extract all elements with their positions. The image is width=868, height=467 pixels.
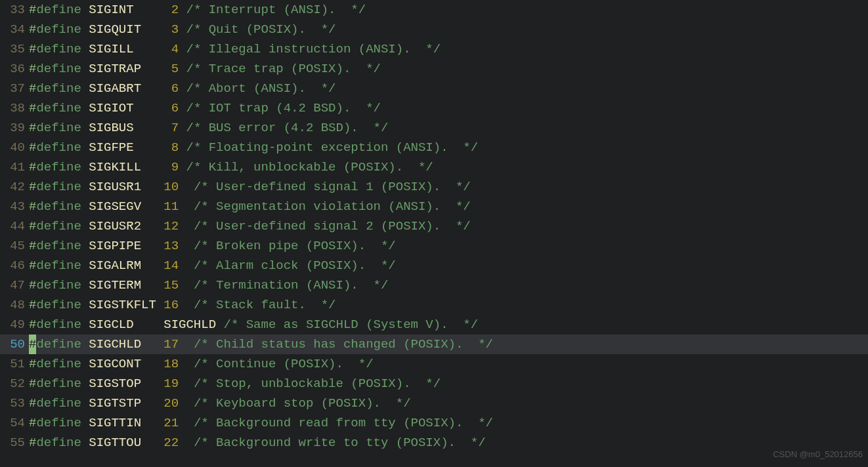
line-number: 47 — [0, 275, 29, 295]
code-content: #define SIGTTIN 21 /* Background read fr… — [29, 413, 868, 433]
code-content: #define SIGFPE 8 /* Floating-point excep… — [29, 138, 868, 157]
comment: /* Same as SIGCHLD (System V). */ — [224, 317, 479, 332]
macro-name: SIGUSR2 — [89, 219, 163, 234]
comment: /* Broken pipe (POSIX). */ — [194, 239, 396, 253]
code-content: #define SIGALRM 14 /* Alarm clock (POSIX… — [29, 256, 868, 275]
macro-value-number: 16 — [163, 298, 179, 312]
macro-value-number: 11 — [163, 199, 179, 214]
comment: /* Quit (POSIX). */ — [186, 22, 336, 37]
macro-name: SIGSEGV — [89, 199, 163, 214]
comment: /* Stack fault. */ — [194, 298, 336, 312]
line-number: 44 — [0, 216, 29, 236]
macro-name: SIGALRM — [89, 258, 163, 273]
hash-token: # — [29, 180, 36, 194]
code-content: #define SIGUSR1 10 /* User-defined signa… — [29, 177, 868, 197]
comment: /* Floating-point exception (ANSI). */ — [186, 140, 478, 155]
code-content: #define SIGCLD SIGCHLD /* Same as SIGCHL… — [29, 315, 868, 335]
code-line[interactable]: 42#define SIGUSR1 10 /* User-defined sig… — [0, 177, 868, 197]
code-line[interactable]: 46#define SIGALRM 14 /* Alarm clock (POS… — [0, 256, 868, 275]
define-keyword: define — [36, 396, 89, 411]
code-editor[interactable]: 33#define SIGINT 2 /* Interrupt (ANSI). … — [0, 0, 868, 467]
hash-token: # — [29, 416, 36, 430]
define-keyword: define — [36, 317, 89, 332]
comment: /* Abort (ANSI). */ — [186, 81, 336, 96]
code-line[interactable]: 34#define SIGQUIT 3 /* Quit (POSIX). */ — [0, 20, 868, 39]
code-line[interactable]: 53#define SIGTSTP 20 /* Keyboard stop (P… — [0, 394, 868, 413]
comment: /* Kill, unblockable (POSIX). */ — [186, 160, 433, 174]
hash-token: # — [29, 258, 36, 273]
line-number: 45 — [0, 236, 29, 256]
define-keyword: define — [36, 239, 89, 253]
comment: /* BUS error (4.2 BSD). */ — [186, 121, 388, 135]
define-keyword: define — [36, 376, 89, 391]
code-content: #define SIGPIPE 13 /* Broken pipe (POSIX… — [29, 236, 868, 256]
code-line[interactable]: 48#define SIGSTKFLT 16 /* Stack fault. *… — [0, 295, 868, 315]
macro-value-number: 3 — [163, 22, 179, 37]
macro-name: SIGCHLD — [89, 337, 163, 352]
code-line[interactable]: 43#define SIGSEGV 11 /* Segmentation vio… — [0, 197, 868, 216]
hash-token: # — [29, 317, 36, 332]
line-number: 51 — [0, 354, 29, 374]
code-content: #define SIGKILL 9 /* Kill, unblockable (… — [29, 157, 868, 177]
code-line[interactable]: 47#define SIGTERM 15 /* Termination (ANS… — [0, 275, 868, 295]
define-keyword: define — [36, 3, 89, 17]
macro-name: SIGABRT — [89, 81, 163, 96]
code-line[interactable]: 51#define SIGCONT 18 /* Continue (POSIX)… — [0, 354, 868, 374]
macro-value-number: 17 — [163, 337, 179, 352]
code-line[interactable]: 52#define SIGSTOP 19 /* Stop, unblockabl… — [0, 374, 868, 394]
line-number: 48 — [0, 295, 29, 315]
macro-value-number: 9 — [163, 160, 179, 174]
hash-token: # — [29, 239, 36, 253]
macro-name: SIGCONT — [89, 357, 163, 371]
code-line[interactable]: 45#define SIGPIPE 13 /* Broken pipe (POS… — [0, 236, 868, 256]
define-keyword: define — [36, 81, 89, 96]
define-keyword: define — [36, 140, 89, 155]
code-line[interactable]: 49#define SIGCLD SIGCHLD /* Same as SIGC… — [0, 315, 868, 335]
code-line[interactable]: 38#define SIGIOT 6 /* IOT trap (4.2 BSD)… — [0, 98, 868, 118]
macro-name: SIGIOT — [89, 101, 163, 115]
code-line[interactable]: 35#define SIGILL 4 /* Illegal instructio… — [0, 39, 868, 59]
code-line[interactable]: 54#define SIGTTIN 21 /* Background read … — [0, 413, 868, 433]
code-line[interactable]: 40#define SIGFPE 8 /* Floating-point exc… — [0, 138, 868, 157]
macro-name: SIGSTKFLT — [89, 298, 163, 312]
hash-token: # — [29, 42, 36, 56]
define-keyword: define — [36, 357, 89, 371]
macro-name: SIGINT — [89, 3, 163, 17]
code-content: #define SIGSTKFLT 16 /* Stack fault. */ — [29, 295, 868, 315]
line-number: 50 — [0, 335, 29, 354]
hash-token: # — [29, 81, 36, 96]
macro-value-number: 18 — [163, 357, 179, 371]
code-line[interactable]: 39#define SIGBUS 7 /* BUS error (4.2 BSD… — [0, 118, 868, 138]
code-line[interactable]: 33#define SIGINT 2 /* Interrupt (ANSI). … — [0, 0, 868, 20]
macro-name: SIGCLD — [89, 317, 163, 332]
define-keyword: define — [36, 337, 89, 352]
code-line[interactable]: 44#define SIGUSR2 12 /* User-defined sig… — [0, 216, 868, 236]
code-content: #define SIGIOT 6 /* IOT trap (4.2 BSD). … — [29, 98, 868, 118]
macro-value-number: 6 — [163, 101, 179, 115]
cursor: # — [29, 335, 36, 354]
code-line[interactable]: 36#define SIGTRAP 5 /* Trace trap (POSIX… — [0, 59, 868, 79]
define-keyword: define — [36, 42, 89, 56]
hash-token: # — [29, 298, 36, 312]
line-number: 41 — [0, 157, 29, 177]
hash-token: # — [29, 376, 36, 391]
code-line[interactable]: 41#define SIGKILL 9 /* Kill, unblockable… — [0, 157, 868, 177]
code-content: #define SIGSEGV 11 /* Segmentation viola… — [29, 197, 868, 216]
code-line[interactable]: 50#define SIGCHLD 17 /* Child status has… — [0, 335, 868, 354]
define-keyword: define — [36, 160, 89, 174]
hash-token: # — [29, 199, 36, 214]
macro-name: SIGSTOP — [89, 376, 163, 391]
line-number: 35 — [0, 39, 29, 59]
code-content: #define SIGTTOU 22 /* Background write t… — [29, 433, 868, 453]
macro-name: SIGQUIT — [89, 22, 163, 37]
code-line[interactable]: 55#define SIGTTOU 22 /* Background write… — [0, 433, 868, 453]
code-line[interactable]: 37#define SIGABRT 6 /* Abort (ANSI). */ — [0, 79, 868, 98]
comment: /* User-defined signal 1 (POSIX). */ — [194, 180, 471, 194]
hash-token: # — [29, 121, 36, 135]
macro-name: SIGBUS — [89, 121, 163, 135]
code-content: #define SIGTSTP 20 /* Keyboard stop (POS… — [29, 394, 868, 413]
line-number: 34 — [0, 20, 29, 39]
macro-value-number: 4 — [163, 42, 179, 56]
macro-name: SIGTSTP — [89, 396, 163, 411]
code-content: #define SIGINT 2 /* Interrupt (ANSI). */ — [29, 0, 868, 20]
